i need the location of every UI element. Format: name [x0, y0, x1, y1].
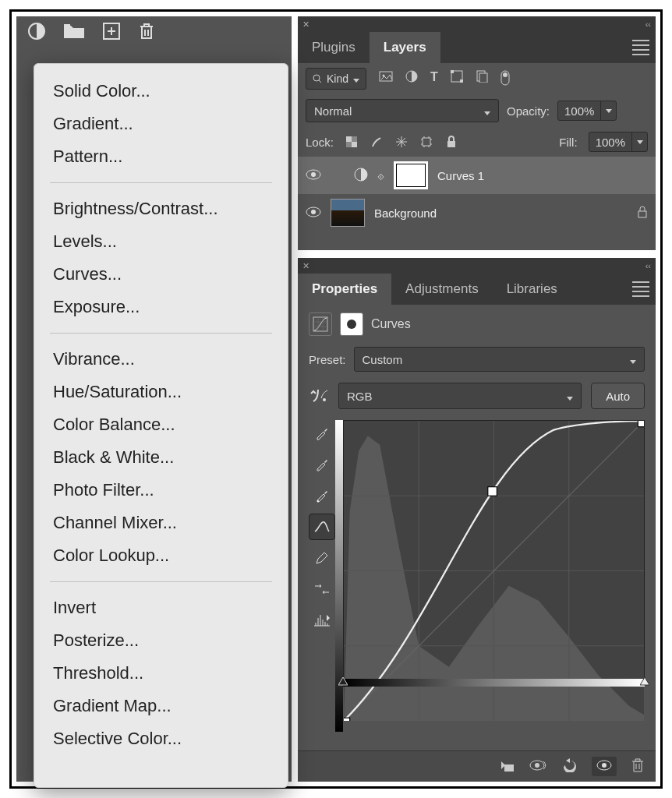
curve-point-tool-icon[interactable] [309, 514, 335, 540]
toggle-visibility-icon[interactable] [592, 757, 617, 776]
menu-item[interactable]: Levels... [34, 225, 288, 258]
panel-collapse-bar[interactable]: ✕ ‹‹ [298, 258, 656, 274]
preset-label: Preset: [309, 353, 346, 366]
view-previous-icon[interactable] [529, 759, 548, 774]
menu-item[interactable]: Exposure... [34, 291, 288, 323]
black-point-slider[interactable] [338, 677, 348, 688]
tab-plugins[interactable]: Plugins [298, 32, 370, 63]
menu-item[interactable]: Threshold... [34, 657, 288, 690]
collapse-icon[interactable]: ‹‹ [645, 19, 651, 29]
lock-artboard-icon[interactable] [419, 135, 433, 149]
layer-row-background[interactable]: Background [298, 194, 656, 231]
tab-adjustments[interactable]: Adjustments [391, 274, 493, 305]
smooth-tool-icon[interactable] [309, 576, 335, 602]
menu-item[interactable]: Black & White... [34, 441, 288, 474]
menu-item[interactable]: Posterize... [34, 624, 288, 657]
opacity-input[interactable]: 100% [557, 101, 617, 121]
eyedropper-gray-icon[interactable] [309, 451, 335, 478]
menu-item[interactable]: Selective Color... [34, 722, 288, 755]
menu-item[interactable]: Vibrance... [34, 343, 288, 376]
filter-toggle-icon[interactable] [500, 70, 510, 88]
channel-dropdown[interactable]: RGB [338, 383, 582, 409]
filter-pixel-icon[interactable] [379, 70, 393, 88]
trash-icon[interactable] [138, 22, 155, 41]
menu-item[interactable]: Gradient... [34, 108, 288, 140]
tab-libraries[interactable]: Libraries [493, 274, 571, 305]
adjustment-menu-column: Solid Color... Gradient... Pattern... Br… [16, 16, 292, 782]
filter-adjustment-icon[interactable] [405, 70, 418, 88]
eyedropper-white-icon[interactable] [309, 482, 335, 509]
tab-properties[interactable]: Properties [298, 274, 391, 305]
adjustment-layer-icon[interactable] [27, 22, 46, 41]
link-mask-icon[interactable]: ⟐ [377, 169, 384, 182]
adjustment-toolbar [16, 16, 292, 46]
preset-dropdown[interactable]: Custom [354, 347, 645, 372]
svg-point-3 [313, 75, 320, 81]
panel-collapse-bar[interactable]: ✕ ‹‹ [298, 16, 656, 32]
collapse-icon[interactable]: ‹‹ [645, 261, 651, 270]
menu-item[interactable]: Invert [34, 591, 288, 624]
filter-smartobject-icon[interactable] [476, 70, 488, 88]
svg-rect-17 [346, 142, 352, 147]
histogram-clip-icon[interactable] [309, 607, 335, 634]
layer-name[interactable]: Background [374, 207, 437, 220]
layer-filter-label: Kind [327, 72, 348, 85]
menu-item[interactable]: Color Lookup... [34, 539, 288, 572]
menu-item[interactable]: Gradient Map... [34, 690, 288, 722]
layer-row-curves[interactable]: ⟐ Curves 1 [298, 157, 656, 194]
reset-icon[interactable] [562, 758, 578, 775]
visibility-icon[interactable] [306, 169, 321, 182]
menu-item[interactable]: Channel Mixer... [34, 507, 288, 539]
tab-layers[interactable]: Layers [370, 32, 440, 63]
layer-name[interactable]: Curves 1 [437, 169, 484, 182]
chevron-down-icon [353, 72, 359, 85]
lock-icon[interactable] [637, 206, 648, 221]
close-icon[interactable]: ✕ [302, 261, 309, 271]
menu-item[interactable]: Pattern... [34, 140, 288, 173]
lock-all-icon[interactable] [444, 135, 458, 149]
panel-menu-icon[interactable] [632, 274, 649, 305]
filter-type-icon[interactable]: T [430, 70, 438, 88]
lock-pixels-icon[interactable] [370, 135, 384, 149]
chevron-down-icon [631, 132, 647, 151]
menu-item[interactable]: Brightness/Contrast... [34, 192, 288, 225]
target-adjustment-icon[interactable] [309, 387, 329, 406]
layer-thumbnail[interactable] [331, 199, 365, 227]
new-icon[interactable] [102, 22, 121, 41]
layer-mask-thumbnail[interactable] [394, 161, 428, 189]
svg-point-27 [347, 320, 356, 329]
eyedropper-black-icon[interactable] [309, 420, 335, 447]
svg-rect-16 [352, 136, 357, 142]
pencil-tool-icon[interactable] [309, 545, 335, 571]
layer-filter-dropdown[interactable]: Kind [306, 68, 366, 90]
svg-rect-15 [352, 142, 357, 147]
close-icon[interactable]: ✕ [302, 19, 309, 30]
trash-icon[interactable] [631, 757, 645, 775]
svg-rect-32 [344, 718, 350, 721]
blend-mode-value: Normal [314, 104, 352, 118]
panel-menu-icon[interactable] [632, 32, 649, 63]
lock-position-icon[interactable] [394, 135, 409, 149]
menu-item[interactable]: Curves... [34, 258, 288, 291]
svg-rect-35 [504, 764, 514, 772]
menu-item[interactable]: Hue/Saturation... [34, 376, 288, 408]
menu-item[interactable]: Color Balance... [34, 408, 288, 441]
lock-transparency-icon[interactable] [345, 135, 359, 149]
menu-item[interactable]: Photo Filter... [34, 474, 288, 507]
opacity-label: Opacity: [507, 104, 550, 118]
fill-input[interactable]: 100% [589, 132, 648, 152]
chevron-down-icon [600, 101, 616, 120]
svg-rect-9 [460, 79, 463, 83]
menu-item[interactable]: Solid Color... [34, 75, 288, 108]
blend-mode-dropdown[interactable]: Normal [306, 99, 499, 122]
folder-icon[interactable] [63, 23, 85, 40]
auto-button[interactable]: Auto [591, 383, 645, 409]
white-point-slider[interactable] [640, 677, 649, 688]
visibility-icon[interactable] [306, 207, 321, 220]
menu-separator [50, 581, 272, 582]
svg-point-37 [535, 763, 539, 768]
svg-rect-19 [447, 141, 455, 147]
curves-graph[interactable]: Input: Output: [343, 420, 645, 743]
filter-shape-icon[interactable] [451, 70, 463, 88]
clip-to-layer-icon[interactable] [500, 758, 515, 775]
